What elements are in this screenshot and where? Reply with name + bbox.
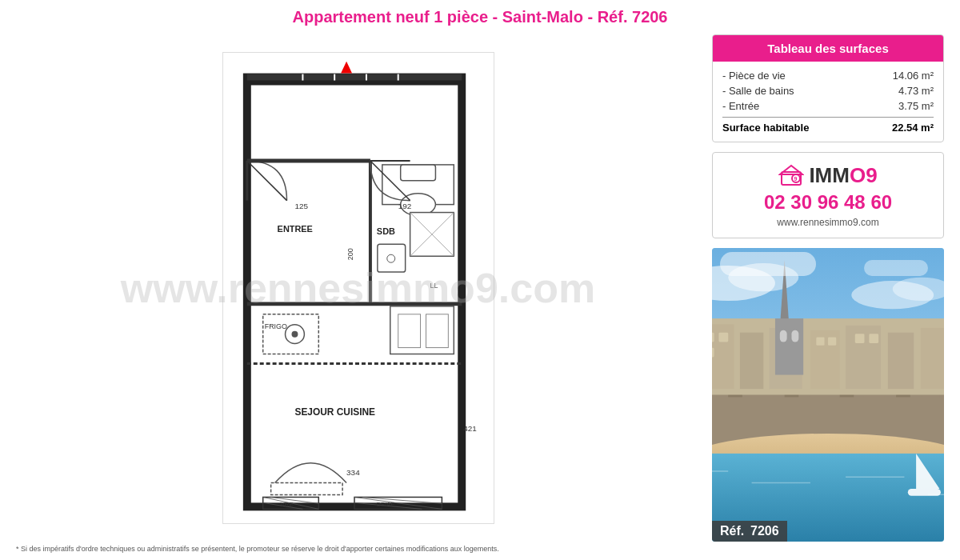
- immo9-box: 9 IMMO9 02 30 96 48 60 www.rennesimmo9.c…: [712, 152, 944, 238]
- immo9-logo-row: 9 IMMO9: [778, 162, 877, 188]
- surface-total-label: Surface habitable: [722, 122, 809, 134]
- svg-rect-20: [398, 314, 420, 348]
- immo9-phone[interactable]: 02 30 96 48 60: [764, 191, 892, 214]
- surfaces-header: Tableau des surfaces: [713, 35, 943, 62]
- svg-rect-84: [712, 333, 714, 342]
- immo9-9: 9: [866, 163, 877, 187]
- saint-malo-scene: [712, 248, 944, 542]
- svg-rect-98: [908, 489, 941, 496]
- sky-clouds-2: [864, 260, 928, 276]
- svg-rect-23: [270, 483, 342, 495]
- svg-rect-90: [869, 334, 878, 343]
- surface-total-value: 22.54 m²: [892, 122, 934, 134]
- svg-rect-5: [400, 165, 435, 181]
- main-container: Appartement neuf 1 pièce - Saint-Malo - …: [0, 0, 960, 560]
- svg-rect-0: [246, 78, 461, 507]
- svg-rect-21: [426, 314, 448, 348]
- svg-rect-89: [855, 334, 865, 343]
- surface-label-1: - Pièce de vie: [722, 70, 786, 82]
- svg-text:334: 334: [346, 468, 360, 477]
- svg-text:VRE: VRE: [280, 501, 293, 508]
- svg-text:SDB: SDB: [376, 226, 394, 236]
- immo9-brand-text: IMMO9: [809, 163, 877, 188]
- surface-row-total: Surface habitable 22.54 m²: [722, 117, 934, 135]
- svg-rect-86: [712, 348, 714, 358]
- footer-note: * Si des impératifs d'ordre techniques o…: [16, 542, 944, 556]
- svg-rect-85: [718, 333, 728, 342]
- surface-row-3: - Entrée 3.75 m²: [722, 98, 934, 114]
- svg-text:421: 421: [463, 424, 477, 433]
- surfaces-box: Tableau des surfaces - Pièce de vie 14.0…: [712, 34, 944, 142]
- right-panel: Tableau des surfaces - Pièce de vie 14.0…: [712, 34, 944, 542]
- sky-clouds: [720, 252, 816, 276]
- page-title: Appartement neuf 1 pièce - Saint-Malo - …: [16, 8, 944, 26]
- svg-line-30: [362, 497, 441, 503]
- svg-rect-73: [740, 333, 763, 389]
- surface-value-2: 4.73 m²: [898, 85, 934, 97]
- surface-value-3: 3.75 m²: [898, 100, 934, 112]
- surface-label-2: - Salle de bains: [722, 85, 794, 97]
- content-area: www.rennesimmo9.com: [16, 34, 944, 542]
- svg-rect-83: [791, 330, 798, 342]
- svg-rect-77: [888, 333, 914, 389]
- svg-rect-88: [828, 338, 836, 346]
- svg-rect-6: [377, 244, 405, 272]
- svg-rect-16: [262, 314, 318, 354]
- ref-prefix: Réf.: [720, 524, 744, 538]
- surface-value-1: 14.06 m²: [893, 70, 934, 82]
- svg-point-18: [291, 331, 298, 338]
- svg-text:SEJOUR CUISINE: SEJOUR CUISINE: [294, 406, 375, 418]
- photo-placeholder: Réf. 7206: [712, 248, 944, 542]
- svg-text:125: 125: [294, 202, 308, 210]
- svg-line-11: [246, 161, 286, 201]
- immo9-website: www.rennesimmo9.com: [777, 217, 878, 228]
- svg-rect-78: [921, 328, 944, 389]
- surface-row-1: - Pièce de vie 14.06 m²: [722, 68, 934, 83]
- surface-row-2: - Salle de bains 4.73 m²: [722, 83, 934, 98]
- ref-badge: Réf. 7206: [712, 521, 787, 542]
- svg-text:ENTREE: ENTREE: [277, 224, 312, 234]
- surfaces-body: - Pièce de vie 14.06 m² - Salle de bains…: [713, 62, 943, 142]
- immo9-o-highlight: O: [850, 163, 866, 187]
- svg-text:OF/AF: OF/AF: [375, 501, 394, 508]
- svg-text:FRIGO: FRIGO: [264, 322, 286, 330]
- svg-text:200: 200: [346, 248, 354, 260]
- svg-rect-81: [775, 318, 803, 374]
- floor-plan-area: www.rennesimmo9.com: [16, 34, 700, 542]
- svg-rect-87: [816, 338, 824, 346]
- surface-label-3: - Entrée: [722, 100, 759, 112]
- photo-box: Réf. 7206: [712, 248, 944, 542]
- svg-text:192: 192: [398, 202, 411, 210]
- svg-rect-82: [780, 330, 787, 342]
- svg-text:9: 9: [794, 176, 798, 182]
- svg-marker-49: [780, 166, 802, 174]
- floor-plan-svg: LL ENTREE SDB SEJOUR CUISINE: [222, 52, 494, 524]
- ref-number: 7206: [750, 524, 779, 538]
- north-arrow: [341, 62, 352, 74]
- immo9-logo-icon: 9: [778, 162, 804, 188]
- svg-text:LL: LL: [430, 282, 438, 290]
